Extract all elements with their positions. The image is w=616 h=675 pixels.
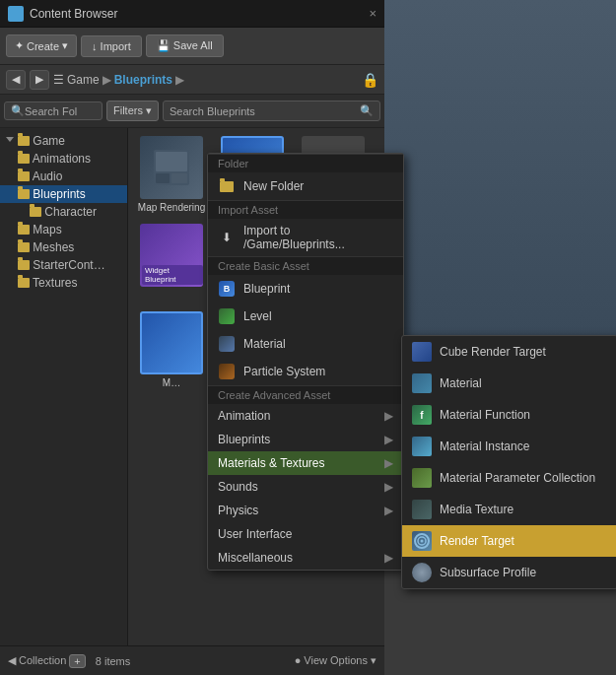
import-button[interactable]: ↓ Import — [81, 35, 142, 57]
submenu-item-material-parameter-collection[interactable]: Material Parameter Collection — [402, 462, 616, 494]
material-instance-label: Material Instance — [440, 439, 529, 453]
folder-icon — [18, 260, 30, 270]
list-item[interactable]: Widget Blueprint — [132, 220, 211, 305]
submenu-item-subsurface-profile[interactable]: Subsurface Profile — [402, 557, 616, 588]
list-item[interactable]: Map Rendering — [132, 132, 211, 218]
view-options-button[interactable]: ● View Options ▾ — [295, 654, 376, 667]
material-parameter-collection-label: Material Parameter Collection — [440, 471, 595, 485]
add-collection-button[interactable]: + — [69, 654, 85, 668]
import-icon: ⬇ — [218, 229, 236, 246]
svg-rect-2 — [156, 173, 170, 183]
subsurface-profile-icon — [412, 563, 432, 582]
sidebar-tree: Game Animations Audio Blueprints Charact… — [0, 128, 128, 645]
folder-icon — [218, 177, 236, 195]
sidebar-item-character[interactable]: Character — [0, 203, 127, 221]
save-all-button[interactable]: 💾 Save All — [146, 34, 224, 57]
sidebar-item-meshes[interactable]: Meshes — [0, 238, 127, 256]
folder-icon — [18, 136, 30, 146]
list-item[interactable]: M… — [132, 307, 211, 393]
toolbar: ✦ Create ▾ ↓ Import 💾 Save All — [0, 28, 384, 65]
folder-icon — [18, 278, 30, 288]
material-function-icon: f — [412, 405, 432, 425]
level-icon — [218, 307, 236, 325]
menu-item-blueprint[interactable]: B Blueprint — [208, 275, 403, 303]
sidebar-item-blueprints[interactable]: Blueprints — [0, 185, 127, 203]
menu-item-new-folder[interactable]: New Folder — [208, 172, 403, 200]
cube-render-target-icon — [412, 342, 432, 362]
create-button[interactable]: ✦ Create ▾ — [6, 34, 77, 57]
breadcrumb: ☰ Game ▶ Blueprints ▶ — [53, 73, 184, 87]
submenu-item-cube-render-target[interactable]: Cube Render Target — [402, 336, 616, 368]
asset-badge: Widget Blueprint — [142, 265, 203, 285]
blueprints-label: Blueprints — [218, 433, 270, 446]
folder-icon — [18, 225, 30, 235]
sounds-label: Sounds — [218, 480, 258, 494]
close-button[interactable]: × — [369, 6, 376, 21]
sidebar-item-animations[interactable]: Animations — [0, 150, 127, 168]
title-bar: Content Browser × — [0, 0, 384, 28]
folder-icon — [18, 171, 30, 181]
menu-item-user-interface[interactable]: User Interface — [208, 522, 403, 546]
arrow-icon: ▶ — [384, 551, 393, 565]
expand-icon — [6, 137, 14, 146]
asset-label: Map Rendering — [138, 202, 205, 214]
material-icon — [412, 373, 432, 393]
forward-button[interactable]: ▶ — [30, 70, 49, 90]
menu-section-folder: Folder — [208, 154, 403, 172]
save-icon: 💾 — [157, 39, 171, 51]
subsurface-profile-label: Subsurface Profile — [440, 566, 536, 579]
search-row: 🔍 Search Fol Filters ▾ Search Blueprints… — [0, 95, 384, 128]
create-icon: ✦ — [15, 39, 24, 52]
misc-label: Miscellaneous — [218, 551, 293, 565]
material-label: Material — [440, 376, 482, 390]
menu-item-material[interactable]: Material — [208, 330, 403, 358]
media-texture-icon — [412, 500, 432, 519]
breadcrumb-sep1: ▶ — [103, 73, 111, 87]
menu-item-materials-textures[interactable]: Materials & Textures ▶ — [208, 451, 403, 475]
menu-item-particle[interactable]: Particle System — [208, 358, 403, 385]
search-blueprints-input[interactable]: Search Blueprints 🔍 — [163, 101, 380, 121]
search-icon: 🔍 — [360, 104, 374, 117]
menu-section-import: Import Asset — [208, 200, 403, 219]
search-folder-icon: 🔍 — [11, 104, 25, 117]
menu-item-miscellaneous[interactable]: Miscellaneous ▶ — [208, 546, 403, 570]
search-folder-input[interactable]: 🔍 Search Fol — [4, 101, 103, 120]
arrow-icon: ▶ — [384, 480, 393, 494]
animation-label: Animation — [218, 409, 270, 423]
back-button[interactable]: ◀ — [6, 70, 26, 90]
submenu-item-material[interactable]: Material — [402, 368, 616, 399]
menu-item-level[interactable]: Level — [208, 303, 403, 330]
sidebar-item-maps[interactable]: Maps — [0, 221, 127, 238]
pin-button[interactable]: 🔒 — [362, 72, 378, 88]
menu-item-physics[interactable]: Physics ▶ — [208, 499, 403, 522]
media-texture-label: Media Texture — [440, 503, 513, 516]
sidebar-item-startercontent[interactable]: StarterCont… — [0, 256, 127, 274]
submenu-item-material-instance[interactable]: Material Instance — [402, 431, 616, 462]
svg-rect-3 — [171, 173, 187, 183]
breadcrumb-root[interactable]: Game — [67, 73, 100, 87]
import-icon: ↓ — [92, 40, 98, 52]
menu-item-animation[interactable]: Animation ▶ — [208, 404, 403, 428]
render-target-label: Render Target — [440, 534, 514, 548]
menu-item-sounds[interactable]: Sounds ▶ — [208, 475, 403, 499]
arrow-icon: ▶ — [384, 504, 393, 517]
sidebar-item-textures[interactable]: Textures — [0, 274, 127, 292]
submenu-item-render-target[interactable]: Render Target — [402, 525, 616, 557]
submenu-item-media-texture[interactable]: Media Texture — [402, 494, 616, 525]
breadcrumb-current[interactable]: Blueprints — [114, 73, 172, 87]
menu-item-import[interactable]: ⬇ Import to /Game/Blueprints... — [208, 219, 403, 256]
menu-section-advanced: Create Advanced Asset — [208, 385, 403, 404]
submenu-materials-textures: Cube Render Target Material f Material F… — [401, 335, 616, 589]
svg-point-8 — [421, 540, 424, 543]
collection-button[interactable]: ◀ Collection + — [8, 654, 86, 668]
sidebar-item-game[interactable]: Game — [0, 132, 127, 150]
asset-label: M… — [163, 377, 180, 389]
asset-thumbnail: Widget Blueprint — [140, 224, 203, 287]
submenu-item-material-function[interactable]: f Material Function — [402, 399, 616, 431]
breadcrumb-sep2: ▶ — [175, 73, 184, 87]
arrow-icon: ▶ — [384, 409, 393, 423]
breadcrumb-bar: ◀ ▶ ☰ Game ▶ Blueprints ▶ 🔒 — [0, 65, 384, 95]
menu-item-blueprints-adv[interactable]: Blueprints ▶ — [208, 428, 403, 451]
filters-button[interactable]: Filters ▾ — [106, 101, 159, 121]
sidebar-item-audio[interactable]: Audio — [0, 168, 127, 185]
